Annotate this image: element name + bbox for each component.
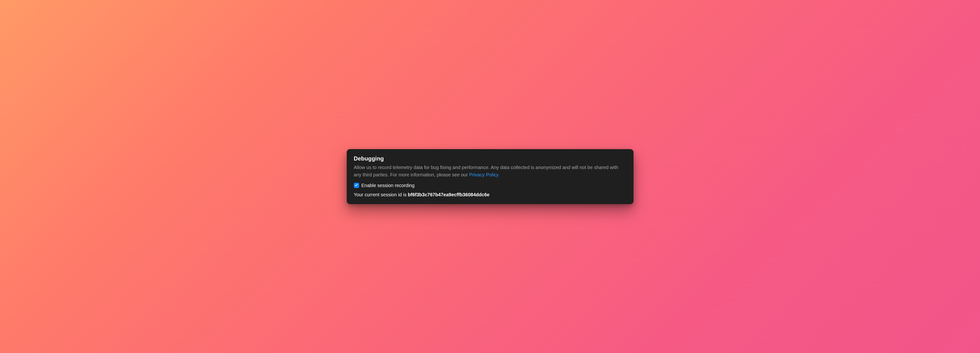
debugging-settings-card: Debugging Allow us to record telemetry d… <box>347 149 633 204</box>
session-id-value: bf6f3b3c767b47ea9ecffb36084ddc6e <box>408 192 490 197</box>
privacy-policy-link[interactable]: Privacy Policy <box>469 172 498 177</box>
enable-session-recording-checkbox[interactable] <box>354 183 359 188</box>
session-id-prefix: Your current session id is <box>354 192 408 197</box>
enable-session-recording-label[interactable]: Enable session recording <box>361 183 415 188</box>
card-title: Debugging <box>354 155 627 162</box>
card-description: Allow us to record telemetry data for bu… <box>354 164 627 178</box>
session-id-line: Your current session id is bf6f3b3c767b4… <box>354 192 627 197</box>
checkmark-icon <box>355 183 358 188</box>
enable-session-recording-row: Enable session recording <box>354 183 627 188</box>
